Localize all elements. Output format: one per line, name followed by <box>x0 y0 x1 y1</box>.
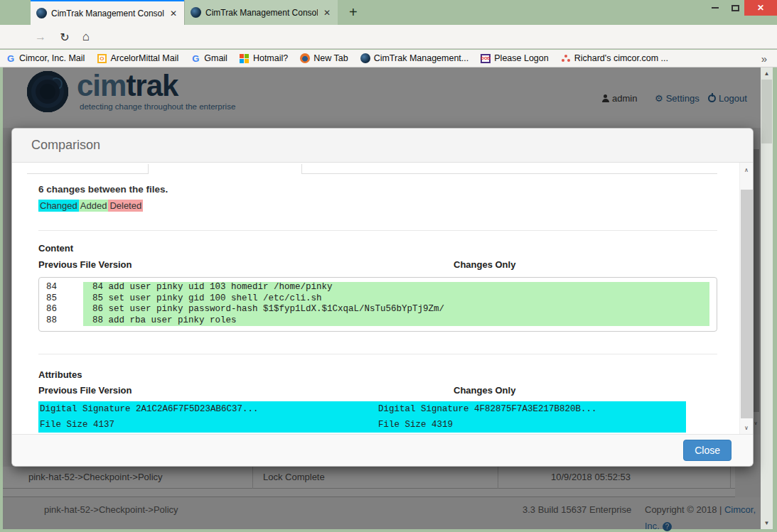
legend-added: Added <box>79 200 109 212</box>
gear-icon: ⚙ <box>655 94 663 103</box>
google-icon: G <box>191 53 200 63</box>
modal-title: Comparison <box>31 138 100 153</box>
modal-footer: Close <box>12 434 753 466</box>
window-close-button[interactable]: ✕ <box>744 0 777 16</box>
footer-copyright: Copyright © 2018 | Cimcor, <box>645 504 756 515</box>
cimtrak-logo-icon <box>27 71 68 112</box>
cimtrak-icon <box>360 53 370 63</box>
power-icon <box>708 94 716 102</box>
content-section-heading: Content <box>38 243 73 254</box>
forward-button[interactable]: → <box>31 25 50 49</box>
cimcor-dots-icon <box>561 53 571 63</box>
diff-line: 8888 add rba user pinky roles <box>39 315 717 327</box>
diff-line: 8686 set user pinky password-hash $1$fyp… <box>39 304 717 315</box>
dod-logon-icon: DOD <box>481 53 491 63</box>
event-status: Lock Complete <box>263 472 325 482</box>
new-tab-button[interactable]: + <box>343 3 363 22</box>
browser-window: CimTrak Management Console ✕ CimTrak Man… <box>0 0 777 532</box>
event-object-path: pink-hat-52->Checkpoint->Policy <box>28 472 163 482</box>
attributes-section-heading: Attributes <box>38 369 82 380</box>
google-icon: G <box>6 53 16 63</box>
legend-changed: Changed <box>38 200 79 212</box>
bookmark-please-logon[interactable]: DOD Please Logon <box>481 53 548 63</box>
browser-scrollbar[interactable]: ▲ ▼ <box>761 67 773 529</box>
divider <box>38 354 717 354</box>
navigation-toolbar: ← → ↻ ⌂ ⓘ https://192.168.17.52/cmc/#/ •… <box>0 25 777 49</box>
scroll-thumb[interactable] <box>741 190 753 418</box>
table-spacer-row <box>3 489 735 497</box>
tab-close-icon[interactable]: ✕ <box>322 8 332 18</box>
bookmark-hotmail[interactable]: Hotmail? <box>240 53 288 63</box>
microsoft-icon <box>240 53 250 63</box>
modal-scrollbar[interactable]: ∧ ∨ <box>739 163 753 435</box>
site-footer: pink-hat-52->Checkpoint->Policy 3.3 Buil… <box>3 497 761 529</box>
footer-version: 3.3 Build 15637 Enterprise <box>523 504 631 515</box>
changes-only-header: Changes Only <box>454 385 515 396</box>
footer-object-path: pink-hat-52->Checkpoint->Policy <box>44 504 178 515</box>
comparison-tabstrip-cropped[interactable] <box>27 163 717 174</box>
comparison-modal: Comparison 6 changes between the files. … <box>11 128 754 467</box>
browser-tab-1[interactable]: CimTrak Management Console ✕ <box>31 0 184 25</box>
attribute-changed: Digital Signature 4F82875F7A3E217B820B..… <box>378 404 686 414</box>
bookmark-cimcor-mail[interactable]: G Cimcor, Inc. Mail <box>6 53 85 63</box>
changes-summary: 6 changes between the files. <box>38 184 168 195</box>
titlebar: CimTrak Management Console ✕ CimTrak Man… <box>0 0 777 25</box>
bookmark-richards-cimcor[interactable]: Richard's cimcor.com ... <box>561 53 668 63</box>
attribute-changed: File Size 4319 <box>378 420 686 430</box>
site-header: cimtrak detecting change throughout the … <box>3 67 761 128</box>
firefox-icon <box>300 53 310 63</box>
scroll-down-icon[interactable]: ▼ <box>761 520 773 526</box>
previous-file-version-header: Previous File Version <box>38 259 132 270</box>
window-minimize-button[interactable] <box>706 0 724 16</box>
diff-line: 8484 add user pinky uid 103 homedir /hom… <box>39 282 717 293</box>
modal-body: 6 changes between the files. Changed Add… <box>12 163 753 435</box>
attribute-previous: Digital Signature 2A1C2A6F7F5D23AB6C37..… <box>38 404 378 414</box>
event-table-row[interactable]: pink-hat-52->Checkpoint->Policy Lock Com… <box>3 467 735 489</box>
scroll-down-icon[interactable]: ∨ <box>740 425 753 431</box>
diff-legend: Changed Added Deleted <box>38 200 143 212</box>
cimtrak-favicon-icon <box>36 8 47 18</box>
cimtrak-wordmark: cimtrak <box>77 69 178 103</box>
bookmark-cimtrak-management[interactable]: CimTrak Management... <box>360 53 469 63</box>
user-icon <box>601 94 609 102</box>
cimtrak-favicon-icon <box>191 7 201 18</box>
scroll-up-icon[interactable]: ▲ <box>761 70 773 77</box>
user-menu[interactable]: admin <box>601 93 637 104</box>
attribute-row: File Size 4137 File Size 4319 <box>38 417 686 433</box>
scroll-up-icon[interactable]: ∧ <box>740 167 753 173</box>
previous-file-version-header: Previous File Version <box>38 385 132 396</box>
reload-button[interactable]: ↻ <box>55 25 74 49</box>
event-timestamp: 10/9/2018 05:52:53 <box>551 472 631 482</box>
divider <box>38 230 717 231</box>
bookmark-gmail[interactable]: G Gmail <box>191 53 227 63</box>
home-button[interactable]: ⌂ <box>77 25 95 49</box>
diff-line: 8585 set user pinky gid 100 shell /etc/c… <box>39 293 717 305</box>
brand-tagline: detecting change throughout the enterpri… <box>80 102 235 111</box>
bookmark-arcelormittal-mail[interactable]: O ArcelorMittal Mail <box>97 53 178 63</box>
legend-deleted: Deleted <box>108 200 143 212</box>
bookmarks-overflow-icon[interactable]: » <box>761 53 771 65</box>
tab-close-icon[interactable]: ✕ <box>168 9 178 18</box>
attribute-row: Digital Signature 2A1C2A6F7F5D23AB6C37..… <box>38 401 686 417</box>
browser-tab-2[interactable]: CimTrak Management Console ✕ <box>184 0 338 25</box>
scroll-thumb[interactable] <box>761 80 772 143</box>
modal-header: Comparison <box>12 129 753 163</box>
arcelormittal-icon: O <box>97 53 107 63</box>
changes-only-header: Changes Only <box>454 259 515 270</box>
bookmarks-bar: G Cimcor, Inc. Mail O ArcelorMittal Mail… <box>0 50 777 67</box>
attributes-diff-table: Digital Signature 2A1C2A6F7F5D23AB6C37..… <box>38 401 686 433</box>
attribute-previous: File Size 4137 <box>38 420 378 430</box>
tab-title: CimTrak Management Console <box>205 8 318 18</box>
content-diff-panel: 8484 add user pinky uid 103 homedir /hom… <box>38 277 717 332</box>
window-maximize-button[interactable] <box>726 0 744 16</box>
settings-button[interactable]: ⚙ Settings <box>655 93 700 104</box>
tab-title: CimTrak Management Console <box>51 9 164 18</box>
close-button[interactable]: Close <box>683 440 732 461</box>
cimcor-link[interactable]: Cimcor, <box>724 504 756 515</box>
bookmark-new-tab[interactable]: New Tab <box>300 53 348 63</box>
logout-button[interactable]: Logout <box>708 93 747 104</box>
help-icon[interactable]: ? <box>663 522 672 531</box>
cimcor-link[interactable]: Inc. <box>645 521 660 531</box>
